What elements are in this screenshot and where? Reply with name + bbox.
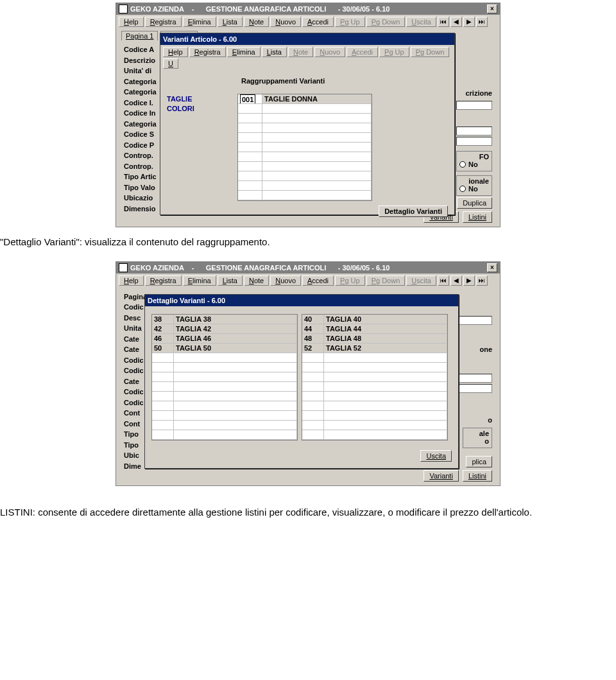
grid-cell[interactable] xyxy=(238,152,262,162)
grid-cell[interactable] xyxy=(238,171,262,181)
grid-cell[interactable] xyxy=(152,382,174,392)
grid-cell[interactable] xyxy=(174,372,297,382)
grid-cell[interactable]: 40 xyxy=(302,315,324,324)
grid-cell[interactable] xyxy=(174,353,297,363)
menu-nuovo[interactable]: Nuovo xyxy=(270,275,301,286)
modal-menu-registra[interactable]: Registra xyxy=(189,47,226,57)
modal-menu-elimina[interactable]: Elimina xyxy=(227,47,261,57)
modal-menu-lista[interactable]: Lista xyxy=(262,47,287,57)
grid-cell[interactable]: TAGLIA 46 xyxy=(174,334,297,344)
grid-cell[interactable]: TAGLIA 44 xyxy=(324,324,447,334)
nav-⏭[interactable]: ⏭ xyxy=(476,275,488,286)
grid-cell[interactable] xyxy=(324,392,447,401)
duplica-button[interactable]: Duplica xyxy=(457,197,492,209)
grid-cell[interactable]: 001 xyxy=(238,94,262,104)
menu-lista[interactable]: Lista xyxy=(218,275,243,286)
grid-cell[interactable] xyxy=(324,421,447,430)
grid-cell[interactable] xyxy=(238,143,262,152)
grid-cell[interactable] xyxy=(152,363,174,372)
nav-▶[interactable]: ▶ xyxy=(463,275,475,286)
grid-cell[interactable] xyxy=(302,363,324,372)
grid-cell[interactable] xyxy=(324,430,447,440)
grid-cell[interactable] xyxy=(262,181,372,191)
grid-cell[interactable] xyxy=(238,181,262,191)
menu-registra[interactable]: Registra xyxy=(145,17,182,27)
grid-cell[interactable] xyxy=(262,152,372,162)
grid-cell[interactable] xyxy=(302,372,324,382)
menu-accedi[interactable]: Accedi xyxy=(302,17,334,27)
grid-cell[interactable]: TAGLIA 38 xyxy=(174,315,297,324)
menu-elimina[interactable]: Elimina xyxy=(183,17,216,27)
radio-icon[interactable] xyxy=(459,161,466,168)
grid-cell[interactable] xyxy=(324,353,447,363)
modal-menu-u[interactable]: U xyxy=(163,58,178,69)
grid-cell[interactable] xyxy=(238,191,262,200)
grid-cell[interactable] xyxy=(152,421,174,430)
grid-cell[interactable] xyxy=(152,401,174,411)
menu-note[interactable]: Note xyxy=(244,17,269,27)
grid-cell[interactable] xyxy=(238,114,262,123)
plica-button[interactable]: plica xyxy=(466,456,492,467)
ragg-grid[interactable]: 001TAGLIE DONNA xyxy=(237,94,372,201)
menu-lista[interactable]: Lista xyxy=(218,17,243,27)
grid-cell[interactable] xyxy=(302,353,324,363)
menu-elimina[interactable]: Elimina xyxy=(183,275,216,286)
menu-nuovo[interactable]: Nuovo xyxy=(270,17,301,27)
grid-cell[interactable]: 46 xyxy=(152,334,174,344)
grid-cell[interactable] xyxy=(174,401,297,411)
dettaglio-varianti-button[interactable]: Dettaglio Varianti xyxy=(379,205,448,217)
grid-cell[interactable] xyxy=(324,363,447,372)
tab-pagina-1[interactable]: Pagina 1 xyxy=(121,31,158,40)
grid-cell[interactable] xyxy=(262,133,372,143)
grid-cell[interactable] xyxy=(262,114,372,123)
grid-cell[interactable]: TAGLIE DONNA xyxy=(262,94,372,104)
menu-pgup[interactable]: Pg Up xyxy=(335,17,365,27)
menu-note[interactable]: Note xyxy=(244,275,269,286)
grid-cell[interactable] xyxy=(324,411,447,421)
uscita-button[interactable]: Uscita xyxy=(420,450,452,462)
close-icon[interactable]: × xyxy=(487,4,497,13)
menu-pgdown[interactable]: Pg Down xyxy=(366,17,406,27)
grid-cell[interactable] xyxy=(174,430,297,440)
menu-pgup[interactable]: Pg Up xyxy=(335,275,365,286)
listini-button-2[interactable]: Listini xyxy=(463,470,492,482)
grid-cell[interactable] xyxy=(152,411,174,421)
grid-cell[interactable] xyxy=(302,411,324,421)
grid-cell[interactable] xyxy=(238,123,262,133)
grid-cell[interactable] xyxy=(152,430,174,440)
grid-cell[interactable] xyxy=(152,353,174,363)
grid-cell[interactable] xyxy=(238,162,262,171)
menu-uscita[interactable]: Uscita xyxy=(406,275,436,286)
grid-cell[interactable]: 48 xyxy=(302,334,324,344)
menu-uscita[interactable]: Uscita xyxy=(406,17,436,27)
nav-◀[interactable]: ◀ xyxy=(450,275,462,286)
grid-cell[interactable]: TAGLIA 52 xyxy=(324,344,447,353)
grid-cell[interactable] xyxy=(262,104,372,114)
menu-accedi[interactable]: Accedi xyxy=(302,275,334,286)
varianti-button-2[interactable]: Varianti xyxy=(424,470,458,482)
grid-cell[interactable]: 44 xyxy=(302,324,324,334)
grid-cell[interactable] xyxy=(324,382,447,392)
side-item[interactable]: COLORI xyxy=(167,105,194,114)
close-icon[interactable]: × xyxy=(487,263,497,272)
grid-cell[interactable]: 50 xyxy=(152,344,174,353)
grid-cell[interactable]: TAGLIA 42 xyxy=(174,324,297,334)
radio-icon[interactable] xyxy=(459,186,466,192)
grid-cell[interactable]: TAGLIA 40 xyxy=(324,315,447,324)
grid-cell[interactable] xyxy=(174,382,297,392)
grid-cell[interactable] xyxy=(262,191,372,200)
grid-cell[interactable] xyxy=(324,401,447,411)
grid-cell[interactable] xyxy=(302,401,324,411)
menu-help[interactable]: Help xyxy=(119,17,144,27)
grid-cell[interactable]: 42 xyxy=(152,324,174,334)
menu-pgdown[interactable]: Pg Down xyxy=(366,275,406,286)
grid-cell[interactable] xyxy=(238,133,262,143)
grid-cell[interactable] xyxy=(262,143,372,152)
menu-registra[interactable]: Registra xyxy=(145,275,182,286)
listini-button[interactable]: Listini xyxy=(463,211,492,223)
grid-cell[interactable] xyxy=(174,392,297,401)
side-item[interactable]: TAGLIE xyxy=(167,95,194,105)
grid-cell[interactable] xyxy=(302,392,324,401)
grid-cell[interactable] xyxy=(152,372,174,382)
grid-cell[interactable]: 38 xyxy=(152,315,174,324)
